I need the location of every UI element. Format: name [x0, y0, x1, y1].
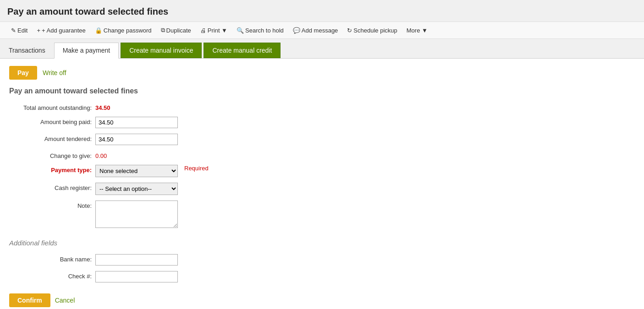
change-to-give-label: Change to give:	[18, 151, 92, 159]
print-icon: 🖨	[200, 27, 206, 34]
total-amount-row: Total amount outstanding: 34.50	[18, 103, 635, 111]
amount-tendered-input[interactable]	[95, 134, 178, 145]
lock-icon: 🔒	[95, 27, 102, 34]
cancel-button[interactable]: Cancel	[55, 297, 75, 304]
payment-type-label: Payment type:	[18, 165, 92, 173]
add-guarantee-button[interactable]: + + Add guarantee	[33, 25, 89, 36]
tabs-bar: Transactions Make a payment Create manua…	[0, 39, 644, 59]
print-button[interactable]: 🖨 Print ▼	[197, 25, 231, 36]
confirm-button[interactable]: Confirm	[9, 293, 50, 307]
amount-tendered-label: Amount tendered:	[18, 134, 92, 142]
check-num-row: Check #:	[18, 271, 635, 282]
content-area: Pay Write off Pay an amount toward selec…	[0, 59, 644, 309]
bank-name-input[interactable]	[95, 254, 178, 266]
tab-make-payment[interactable]: Make a payment	[54, 43, 119, 59]
payment-form: Total amount outstanding: 34.50 Amount b…	[18, 103, 635, 228]
cash-register-select[interactable]: -- Select an option--	[95, 183, 178, 195]
cash-register-row: Cash register: -- Select an option--	[18, 183, 635, 195]
edit-button[interactable]: ✎ Edit	[7, 25, 31, 36]
additional-fields-title: Additional fields	[9, 239, 635, 247]
bank-name-label: Bank name:	[18, 254, 92, 263]
change-password-button[interactable]: 🔒 Change password	[91, 25, 155, 36]
page-title: Pay an amount toward selected fines	[0, 0, 644, 22]
search-icon: 🔍	[237, 27, 244, 34]
bank-name-row: Bank name:	[18, 254, 635, 266]
cash-register-label: Cash register:	[18, 183, 92, 191]
duplicate-icon: ⧉	[161, 27, 165, 34]
duplicate-button[interactable]: ⧉ Duplicate	[157, 25, 195, 36]
change-to-give-value: 0.00	[95, 151, 107, 159]
total-amount-label: Total amount outstanding:	[18, 103, 92, 111]
tab-create-invoice[interactable]: Create manual invoice	[121, 43, 202, 58]
amount-being-paid-label: Amount being paid:	[18, 117, 92, 125]
note-label: Note:	[18, 201, 92, 209]
amount-being-paid-row: Amount being paid:	[18, 117, 635, 128]
confirm-area: Confirm Cancel	[9, 293, 635, 307]
add-guarantee-icon: +	[37, 27, 40, 34]
search-to-hold-button[interactable]: 🔍 Search to hold	[233, 25, 287, 36]
refresh-icon: ↻	[347, 27, 352, 34]
tab-create-credit[interactable]: Create manual credit	[204, 43, 281, 58]
check-num-input[interactable]	[95, 271, 178, 282]
add-message-button[interactable]: 💬 Add message	[289, 25, 342, 36]
note-textarea[interactable]	[95, 201, 178, 228]
total-amount-value: 34.50	[95, 103, 110, 111]
message-icon: 💬	[293, 27, 300, 34]
edit-icon: ✎	[11, 27, 16, 34]
write-off-button[interactable]: Write off	[41, 66, 68, 80]
tab-transactions[interactable]: Transactions	[0, 43, 54, 58]
change-to-give-row: Change to give: 0.00	[18, 151, 635, 159]
action-buttons: Pay Write off	[9, 66, 635, 80]
toolbar: ✎ Edit + + Add guarantee 🔒 Change passwo…	[0, 22, 644, 39]
more-button[interactable]: More ▼	[403, 25, 431, 36]
amount-tendered-row: Amount tendered:	[18, 134, 635, 145]
payment-type-select[interactable]: None selected Cash Credit card Debit car…	[95, 165, 178, 177]
schedule-pickup-button[interactable]: ↻ Schedule pickup	[343, 25, 401, 36]
amount-being-paid-input[interactable]	[95, 117, 178, 128]
form-section-title: Pay an amount toward selected fines	[9, 87, 635, 95]
note-row: Note:	[18, 201, 635, 228]
additional-fields-form: Bank name: Check #:	[18, 254, 635, 282]
pay-button[interactable]: Pay	[9, 66, 37, 80]
check-num-label: Check #:	[18, 271, 92, 280]
payment-type-row: Payment type: None selected Cash Credit …	[18, 165, 635, 177]
required-label: Required	[184, 165, 209, 172]
